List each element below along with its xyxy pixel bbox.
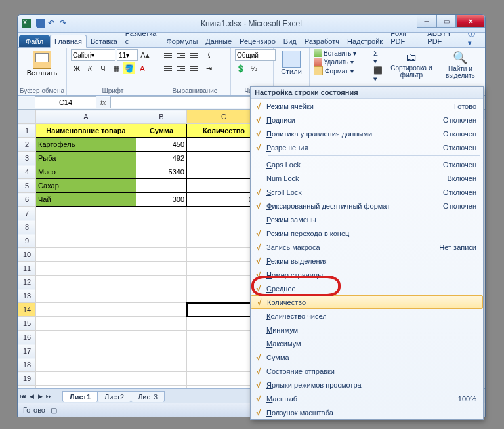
row-header-3[interactable]: 3 xyxy=(18,152,36,165)
orientation-icon[interactable]: ⤹ xyxy=(203,49,215,61)
fx-icon[interactable]: fx xyxy=(100,98,106,106)
ctx-item-3[interactable]: √РазрешенияОтключен xyxy=(251,140,483,154)
cell-A7[interactable] xyxy=(36,207,136,220)
redo-icon[interactable]: ↷ xyxy=(60,19,69,28)
select-all-corner[interactable] xyxy=(18,110,36,124)
undo-icon[interactable]: ↶ xyxy=(48,19,57,28)
sheet-tab-1[interactable]: Лист2 xyxy=(97,391,131,402)
delete-cells-button[interactable]: Удалить ▾ xyxy=(314,58,365,66)
align-top-icon[interactable] xyxy=(163,50,175,60)
cell-B11[interactable] xyxy=(136,262,187,276)
row-header-14[interactable]: 14 xyxy=(18,303,36,317)
ribbon-tab-1[interactable]: Вставка xyxy=(87,35,121,47)
ribbon-tab-7[interactable]: Разработч xyxy=(301,35,343,47)
row-header-19[interactable]: 19 xyxy=(18,372,36,386)
row-header-11[interactable]: 11 xyxy=(18,262,36,276)
ctx-item-11[interactable]: √Запись макросаНет записи xyxy=(251,240,483,254)
autosum-icon[interactable]: Σ ▾ xyxy=(373,49,383,66)
cell-B5[interactable] xyxy=(136,179,187,193)
cell-B2[interactable]: 450 xyxy=(136,138,187,152)
sheet-tab-0[interactable]: Лист1 xyxy=(62,391,98,402)
cell-A11[interactable] xyxy=(36,262,136,276)
cell-A16[interactable] xyxy=(36,331,136,344)
format-cells-button[interactable]: Формат ▾ xyxy=(314,66,365,75)
row-header-7[interactable]: 7 xyxy=(18,207,36,220)
ctx-item-23[interactable]: √Ползунок масштаба xyxy=(251,405,483,419)
cell-B1[interactable]: Сумма xyxy=(136,124,187,138)
row-header-1[interactable]: 1 xyxy=(18,124,36,138)
align-left-icon[interactable] xyxy=(163,63,175,73)
align-center-icon[interactable] xyxy=(177,63,188,73)
insert-cells-button[interactable]: Вставить ▾ xyxy=(314,49,365,57)
ctx-item-6[interactable]: Num LockВключен xyxy=(251,171,483,185)
ctx-item-12[interactable]: √Режим выделения xyxy=(251,254,483,268)
cell-B14[interactable] xyxy=(136,303,187,317)
ctx-item-5[interactable]: Caps LockОтключен xyxy=(251,157,483,171)
ctx-item-16[interactable]: Количество чисел xyxy=(251,309,483,323)
close-button[interactable]: ✕ xyxy=(456,15,485,28)
align-middle-icon[interactable] xyxy=(177,50,188,60)
cell-A18[interactable] xyxy=(36,358,136,372)
col-header-B[interactable]: B xyxy=(136,110,187,124)
ctx-item-1[interactable]: √ПодписиОтключен xyxy=(251,113,483,127)
ribbon-tab-8[interactable]: Надстройк xyxy=(343,35,387,47)
italic-button[interactable]: К xyxy=(84,62,96,74)
save-icon[interactable] xyxy=(36,19,45,28)
col-header-A[interactable]: A xyxy=(36,110,136,124)
paste-button[interactable]: Вставить xyxy=(22,49,62,78)
ribbon-tab-3[interactable]: Формулы xyxy=(162,35,201,47)
row-header-10[interactable]: 10 xyxy=(18,248,36,262)
ribbon-tab-5[interactable]: Рецензиро xyxy=(236,35,280,47)
cell-A2[interactable]: Картофель xyxy=(36,138,136,152)
ctx-item-13[interactable]: √Номер страницы xyxy=(251,268,483,281)
cell-A6[interactable]: Чай xyxy=(36,193,136,207)
number-format-select[interactable]: Общий xyxy=(235,49,276,61)
row-header-5[interactable]: 5 xyxy=(18,179,36,193)
cell-B8[interactable] xyxy=(136,220,187,234)
cell-B10[interactable] xyxy=(136,248,187,262)
fill-color-button[interactable]: 🪣 xyxy=(123,62,135,74)
underline-button[interactable]: Ч xyxy=(97,62,109,74)
fill-icon[interactable]: ⬛ ▾ xyxy=(373,66,383,83)
font-size-select[interactable]: 11 ▾ xyxy=(117,49,138,61)
align-right-icon[interactable] xyxy=(190,63,201,73)
cell-A19[interactable] xyxy=(36,372,136,386)
ribbon-tab-4[interactable]: Данные xyxy=(201,35,236,47)
border-button[interactable]: ▦ xyxy=(110,62,122,74)
row-header-9[interactable]: 9 xyxy=(18,234,36,248)
cell-A5[interactable]: Сахар xyxy=(36,179,136,193)
cell-B13[interactable] xyxy=(136,289,187,303)
ctx-item-8[interactable]: √Фиксированный десятичный форматОтключен xyxy=(251,199,483,213)
ctx-item-20[interactable]: √Состояние отправки xyxy=(251,364,483,378)
ctx-item-9[interactable]: Режим замены xyxy=(251,213,483,226)
row-header-16[interactable]: 16 xyxy=(18,331,36,344)
ctx-item-0[interactable]: √Режим ячейкиГотово xyxy=(251,99,483,113)
cell-B19[interactable] xyxy=(136,372,187,386)
ribbon-tab-6[interactable]: Вид xyxy=(280,35,301,47)
cell-B9[interactable] xyxy=(136,234,187,248)
font-color-button[interactable]: A xyxy=(136,62,148,74)
cell-A4[interactable]: Мясо xyxy=(36,165,136,179)
cell-A8[interactable] xyxy=(36,220,136,234)
name-box[interactable]: C14 xyxy=(35,96,96,108)
indent-icon[interactable]: ⇥ xyxy=(203,62,215,74)
font-name-select[interactable]: Calibri ▾ xyxy=(71,49,116,61)
cell-B6[interactable]: 300 xyxy=(136,193,187,207)
cell-B18[interactable] xyxy=(136,358,187,372)
row-header-13[interactable]: 13 xyxy=(18,289,36,303)
cell-B4[interactable]: 5340 xyxy=(136,165,187,179)
row-header-18[interactable]: 18 xyxy=(18,358,36,372)
minimize-button[interactable]: ─ xyxy=(417,15,436,28)
sheet-nav[interactable]: ⏮◀▶⏭ xyxy=(19,392,52,401)
cell-A3[interactable]: Рыба xyxy=(36,152,136,165)
ctx-item-22[interactable]: √Масштаб100% xyxy=(251,392,483,405)
styles-button[interactable]: Стили xyxy=(278,49,305,77)
cell-A15[interactable] xyxy=(36,317,136,331)
ribbon-tab-0[interactable]: Главная xyxy=(50,35,87,48)
ctx-item-7[interactable]: √Scroll LockОтключен xyxy=(251,185,483,199)
row-header-12[interactable]: 12 xyxy=(18,276,36,289)
row-header-8[interactable]: 8 xyxy=(18,220,36,234)
cell-A1[interactable]: Наименование товара xyxy=(36,124,136,138)
ctx-item-17[interactable]: Минимум xyxy=(251,323,483,337)
sheet-tab-2[interactable]: Лист3 xyxy=(131,391,165,402)
